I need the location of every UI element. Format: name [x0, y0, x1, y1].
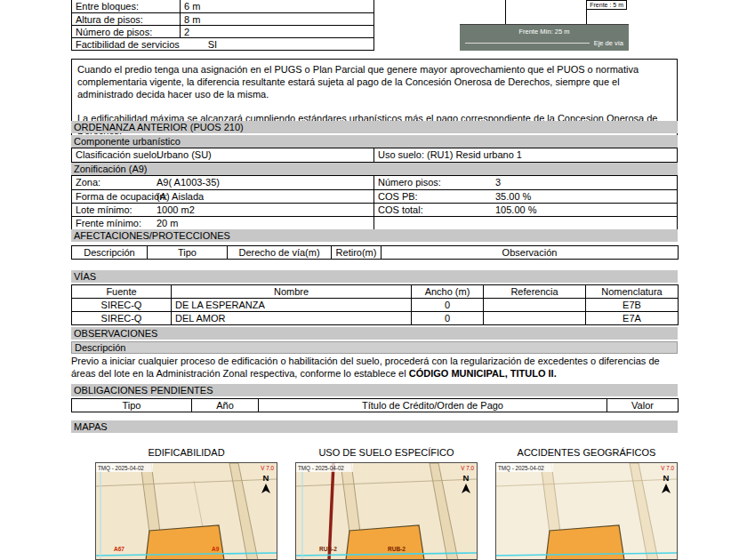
row-label: Factibilidad de servicios [72, 38, 183, 50]
field-value: 3 [495, 176, 501, 189]
frente-dimension-tag: Frente : 5 m [586, 0, 627, 10]
map-date-stamp: TMQ - 2025-04-02 [298, 465, 344, 472]
header-cell: Ancho (m) [412, 285, 484, 299]
field-value: 105.00 % [495, 204, 536, 216]
field-label: Uso suelo: [378, 148, 427, 162]
map-title-edificabilidad: EDIFICABILIDAD [95, 447, 277, 459]
header-cell: Observación [382, 246, 679, 260]
field-label: Frente mínimo: [76, 217, 157, 229]
cell-fuente: SIREC-Q [72, 299, 172, 312]
table-row: Altura de pisos: 8 m [72, 12, 374, 25]
section-observaciones: OBSERVACIONES [71, 327, 678, 340]
cell-lote-minimo: Lote mínimo: 1000 m2 [72, 204, 374, 216]
observaciones-descripcion-header: Descripción [71, 341, 678, 354]
table-header-row: Fuente Nombre Ancho (m) Referencia Nomen… [72, 285, 679, 299]
header-cell: Título de Crédito/Orden de Pago [259, 399, 607, 412]
obligaciones-table: Tipo Año Título de Crédito/Orden de Pago… [71, 398, 679, 412]
compass-north-label: N [463, 473, 470, 483]
row-label: Número de pisos: [72, 26, 181, 37]
lot-frente-diagram: Frente : 5 m Frente Mín: 25 m Eje de vía [460, 0, 629, 51]
compass-north-label: N [263, 473, 269, 483]
zone-label: A9 [212, 546, 220, 552]
field-value: 20 m [157, 217, 178, 229]
header-cell: Año [192, 399, 259, 412]
cell-fuente: SIREC-Q [72, 312, 172, 325]
row-label: Entre bloques: [72, 0, 181, 12]
field-label: COS total: [378, 204, 495, 216]
cell-ancho: 0 [412, 299, 484, 312]
lot-sketch: Frente : 5 m [460, 0, 629, 25]
cell-nomenclatura: E7A [586, 312, 679, 325]
field-label: Zona: [76, 176, 157, 189]
cell-uso-suelo: Uso suelo: (RU1) Resid urbano 1 [374, 148, 677, 162]
cell-referencia [484, 312, 586, 325]
cell-frente-minimo: Frente mínimo: 20 m [72, 217, 374, 229]
vias-table: Fuente Nombre Ancho (m) Referencia Nomen… [71, 284, 679, 325]
section-afectaciones: AFECTACIONES/PROTECCIONES [71, 229, 678, 242]
irm-report-page: Entre bloques: 6 m Altura de pisos: 8 m … [0, 0, 747, 560]
zone-label: RUB-2 [388, 546, 406, 552]
table-row: Zona: A9( A1003-35) Número pisos: 3 [72, 176, 677, 189]
section-mapas: MAPAS [71, 420, 678, 433]
header-cell: Tipo [72, 399, 192, 412]
row-value: 6 m [181, 0, 204, 12]
subsection-componente-urbanistico: Componente urbanístico [71, 135, 678, 148]
table-row: SIREC-Q DE LA ESPERANZA 0 E7B [72, 299, 679, 312]
cell-ancho: 0 [412, 312, 484, 325]
section-vias: VÍAS [71, 270, 678, 283]
cell-referencia [484, 299, 586, 312]
afectaciones-table: Descripción Tipo Derecho de vía(m) Retir… [71, 245, 679, 260]
table-header-row: Descripción Tipo Derecho de vía(m) Retir… [72, 246, 679, 260]
cell-clasificacion-suelo: Clasificación suelo: Urbano (SU) [72, 148, 374, 162]
cell-nomenclatura: E7B [586, 299, 679, 312]
zone-label: RUB-2 [319, 546, 337, 552]
cell-nombre: DE LA ESPERANZA [172, 299, 412, 312]
eje-de-via-line [465, 43, 590, 44]
header-cell: Derecho de vía(m) [228, 246, 332, 260]
frente-min-label: Frente Mín: 25 m [460, 25, 629, 36]
row-label: Altura de pisos: [72, 13, 181, 25]
table-row: Factibilidad de servicios SI [72, 37, 374, 50]
field-value: Urbano (SU) [157, 148, 212, 162]
field-value: 1000 m2 [157, 204, 195, 216]
field-value: A9( A1003-35) [157, 176, 220, 189]
section-ordenanza-anterior: ORDENANZA ANTERIOR (PUOS 210) [71, 121, 678, 133]
field-label: Forma de ocupación: [76, 190, 157, 203]
header-cell: Tipo [148, 246, 228, 260]
table-row: SIREC-Q DEL AMOR 0 E7A [72, 312, 679, 325]
cell-cos-pb: COS PB: 35.00 % [374, 190, 677, 203]
map-title-accidentes: ACCIDENTES GEOGRÁFICOS [495, 447, 678, 459]
observaciones-text-normal: Previo a iniciar cualquier proceso de ed… [71, 356, 660, 379]
table-row: Clasificación suelo: Urbano (SU) Uso sue… [72, 148, 677, 162]
header-cell: Nomenclatura [586, 285, 679, 299]
header-cell: Nombre [172, 285, 412, 299]
cell-zona: Zona: A9( A1003-35) [72, 176, 374, 189]
section-obligaciones-pendientes: OBLIGACIONES PENDIENTES [71, 384, 678, 396]
table-row: Lote mínimo: 1000 m2 COS total: 105.00 % [72, 203, 677, 216]
row-value: SI [183, 38, 221, 50]
map-uso-suelo-especifico: TMQ - 2025-04-02 V 7.0 N RUB-2 RUB-2 [295, 462, 478, 560]
table-header-row: Tipo Año Título de Crédito/Orden de Pago… [72, 399, 679, 412]
cell-numero-pisos: Número pisos: 3 [374, 176, 677, 189]
header-cell: Fuente [72, 285, 172, 299]
cell-nombre: DEL AMOR [172, 312, 412, 325]
map-canvas: TMQ - 2025-04-02 V 7.0 N A67 A9 [96, 463, 277, 560]
map-title-uso-suelo: USO DE SUELO ESPECÍFICO [295, 447, 478, 459]
field-value: (A) Aislada [157, 190, 204, 203]
componente-urbanistico-table: Clasificación suelo: Urbano (SU) Uso sue… [71, 148, 678, 163]
header-cell: Referencia [484, 285, 586, 299]
lot-edge-line [505, 0, 506, 24]
observaciones-text: Previo a iniciar cualquier proceso de ed… [71, 355, 678, 380]
cell-empty [374, 217, 677, 229]
header-cell: Valor [607, 399, 679, 412]
table-row: Frente mínimo: 20 m [72, 216, 677, 229]
row-value: 2 [181, 26, 193, 37]
map-version: V 7.0 [261, 465, 274, 471]
observaciones-text-bold: CÓDIGO MUNICIPAL, TITULO II. [409, 368, 557, 379]
map-accidentes-geograficos: TMQ - 2025-04-02 V 7.0 N [495, 462, 678, 560]
map-edificabilidad: TMQ - 2025-04-02 V 7.0 N A67 A9 [95, 462, 277, 560]
zone-label: A67 [114, 546, 124, 552]
map-canvas: TMQ - 2025-04-02 V 7.0 N RUB-2 RUB-2 [296, 463, 477, 560]
zonificacion-table: Zona: A9( A1003-35) Número pisos: 3 Form… [71, 175, 678, 230]
cell-forma-ocupacion: Forma de ocupación: (A) Aislada [72, 190, 374, 203]
